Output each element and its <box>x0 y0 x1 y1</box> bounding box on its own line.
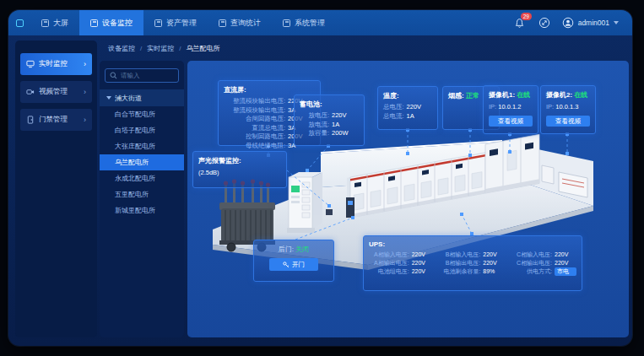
video-camera-icon <box>26 88 35 96</box>
breadcrumb-item[interactable]: 设备监控 <box>108 44 135 53</box>
tab-label: 查询统计 <box>230 18 261 29</box>
app-window: 大屏 设备监控 资产管理 查询统计 系统管理 <box>8 10 632 346</box>
tree-item[interactable]: 五里配电所 <box>100 186 184 202</box>
tab-label: 大屏 <box>53 18 68 29</box>
avatar-icon <box>562 17 574 29</box>
tree-item[interactable]: 新城里配电所 <box>100 202 184 218</box>
fullscreen-icon <box>538 17 550 29</box>
battery-cabinet-3d <box>287 172 322 233</box>
card-title: 声光报警监控: <box>198 156 281 165</box>
card-title: 直流屏: <box>224 85 315 94</box>
key-icon <box>283 262 290 268</box>
breadcrumb-item[interactable]: 实时监控 <box>147 44 174 53</box>
chevron-right-icon: › <box>84 60 86 68</box>
view-video-button[interactable]: 查看视频 <box>546 116 590 127</box>
main-panel: 直流屏: 整流模块输出电压:220V 整流模块输出电流:3A 合闸回路电压:20… <box>187 61 629 337</box>
monitor-icon <box>90 19 98 27</box>
sidebar-item-access-control[interactable]: 门禁管理 › <box>20 109 92 131</box>
temperature-card: 温度: 总电压:220V 总电流:1A <box>377 86 438 130</box>
field-label: 放电流: <box>300 121 329 130</box>
ups-grid: A相输入电压:220V A相输出电压:220V 电池组电压:220V B相输入电… <box>369 251 576 276</box>
door-status-line: 后门: 关闭 <box>259 245 328 254</box>
tree-root-node[interactable]: 浦大街道 <box>100 89 184 106</box>
ip-label: IP: <box>489 103 496 111</box>
notification-bell-button[interactable]: 29 <box>513 16 527 30</box>
breadcrumb-separator: / <box>140 45 142 52</box>
app-logo <box>8 10 30 35</box>
tree-item[interactable]: 永成北配电所 <box>100 170 184 186</box>
topbar-right: 29 admin001 <box>513 10 632 35</box>
tree-item[interactable]: 白塔子配电所 <box>100 122 184 138</box>
tab-label: 系统管理 <box>295 18 325 29</box>
camera2-status: 在线 <box>574 91 587 99</box>
tree-root-label: 浦大街道 <box>115 94 142 103</box>
station-tree-panel: 浦大街道 白合节配电所 白塔子配电所 大张庄配电所 乌兰配电所 永成北配电所 五… <box>100 61 184 337</box>
battery-card: 蓄电池: 放电压:220V 放电流:1A 放容量:200W <box>294 94 365 146</box>
screen-icon <box>41 19 49 27</box>
ups-col-a: A相输入电压:220V A相输出电压:220V 电池组电压:220V <box>369 251 434 276</box>
field-value: 1A <box>407 112 434 121</box>
screenshot-canvas: 大屏 设备监控 资产管理 查询统计 系统管理 <box>0 0 644 356</box>
open-door-button[interactable]: 开门 <box>269 258 318 271</box>
monitor-icon <box>26 60 35 68</box>
logo-icon <box>16 19 24 27</box>
field-label: 整流模块输出电压: <box>224 97 285 106</box>
tree-search-box <box>105 68 179 83</box>
ups-card: UPS: A相输入电压:220V A相输出电压:220V 电池组电压:220V … <box>363 235 582 291</box>
tab-device-monitor[interactable]: 设备监控 <box>79 10 143 35</box>
fullscreen-button[interactable] <box>538 16 551 30</box>
tab-asset-management[interactable]: 资产管理 <box>143 10 208 35</box>
field-label: 放容量: <box>300 129 329 138</box>
tab-query-stats[interactable]: 查询统计 <box>208 10 272 35</box>
field-label: 放电压: <box>300 111 329 121</box>
sidebar-item-label: 门禁管理 <box>39 115 68 125</box>
field-label: 合闸回路电压: <box>224 115 285 124</box>
alarm-monitor-card: 声光报警监控: (2.5dB) <box>192 151 287 188</box>
chevron-right-icon: › <box>84 116 86 124</box>
user-menu[interactable]: admin001 <box>562 17 619 29</box>
field-value: 200W <box>332 129 359 138</box>
alarm-speaker-3d <box>326 209 333 215</box>
ups-col-c: C相输入电压:220V C相输出电压:220V 供电方式:市电 <box>511 251 576 276</box>
search-icon <box>110 72 117 79</box>
chevron-right-icon: › <box>84 88 86 96</box>
field-label: 总电压: <box>383 103 404 112</box>
wall-box-3d <box>542 165 554 184</box>
tree-item[interactable]: 白合节配电所 <box>100 106 184 122</box>
tab-label: 资产管理 <box>166 18 197 29</box>
sidebar: 实时监控 › 视频管理 › 门禁管理 › <box>15 40 97 337</box>
view-video-button[interactable]: 查看视频 <box>489 116 533 127</box>
field-value: 220V <box>407 103 434 112</box>
tab-dashboard[interactable]: 大屏 <box>30 10 79 35</box>
asset-icon <box>154 19 162 27</box>
breadcrumb-item-current: 乌兰配电所 <box>186 44 219 53</box>
door-icon <box>26 116 35 124</box>
field-label: 直流总电流: <box>224 124 285 133</box>
gear-icon <box>283 19 290 27</box>
field-value: 1A <box>332 121 359 130</box>
sidebar-item-label: 视频管理 <box>39 87 68 97</box>
breadcrumb-separator: / <box>179 45 181 52</box>
tree-item-selected[interactable]: 乌兰配电所 <box>100 154 184 170</box>
alarm-value: (2.5dB) <box>198 169 219 176</box>
field-label: 母线绝缘电阻: <box>224 142 285 151</box>
tab-system-management[interactable]: 系统管理 <box>272 10 336 35</box>
notification-badge: 29 <box>521 13 532 20</box>
door-status: 关闭 <box>295 245 309 253</box>
breadcrumb: 设备监控 / 实时监控 / 乌兰配电所 <box>100 39 627 57</box>
camera1-card: 摄像机1: 在线 IP: 10.0.1.2 查看视频 <box>483 85 538 134</box>
door-control-card: 后门: 关闭 开门 <box>253 240 334 282</box>
sidebar-item-video-management[interactable]: 视频管理 › <box>20 81 92 103</box>
field-label: 整流模块输出电流: <box>224 106 285 116</box>
camera2-card: 摄像机2: 在线 IP: 10.0.1.3 查看视频 <box>540 85 596 134</box>
tree-expand-icon <box>106 96 111 100</box>
access-panel-3d <box>346 197 354 218</box>
card-title: UPS: <box>369 240 576 248</box>
top-nav: 大屏 设备监控 资产管理 查询统计 系统管理 <box>30 10 336 35</box>
card-title: 摄像机1: 在线 <box>489 90 533 100</box>
tree-search-input[interactable] <box>121 72 174 79</box>
sidebar-item-realtime-monitor[interactable]: 实时监控 › <box>20 53 92 75</box>
tree-item[interactable]: 大张庄配电所 <box>100 138 184 154</box>
card-title: 摄像机2: 在线 <box>546 90 590 100</box>
topbar: 大屏 设备监控 资产管理 查询统计 系统管理 <box>8 10 632 35</box>
